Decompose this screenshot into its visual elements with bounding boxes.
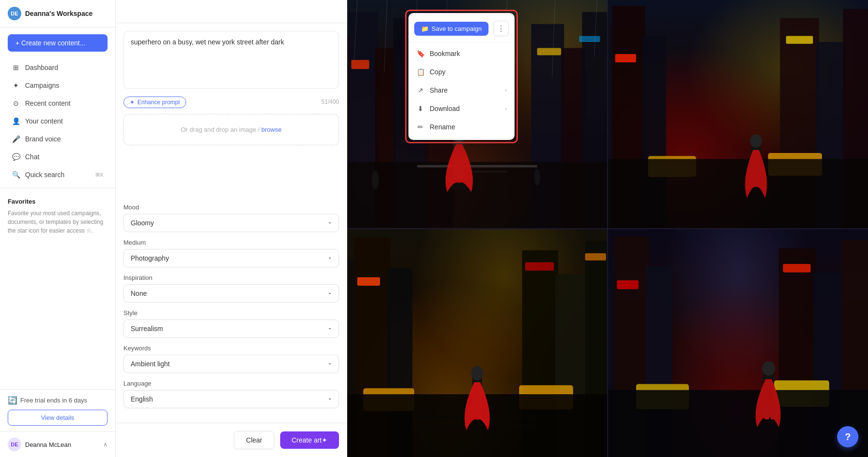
inspiration-group: Inspiration NoneCinematicVintageModern: [123, 274, 339, 303]
workspace-avatar: DE: [8, 7, 21, 20]
user-name: Deanna McLean: [25, 441, 71, 448]
svg-rect-72: [771, 410, 775, 419]
context-menu: 📁 Save to campaign ⋮ 🔖 Bookmark 📋 Copy: [408, 13, 515, 140]
language-select[interactable]: EnglishSpanishFrenchGerman: [123, 390, 339, 408]
svg-rect-34: [608, 159, 868, 228]
menu-item-share[interactable]: ↗ Share ›: [408, 81, 515, 99]
menu-item-rename[interactable]: ✏ Rename: [408, 118, 515, 136]
user-footer: DE Deanna McLean ∧: [0, 431, 115, 457]
prompt-area: superhero on a busy, wet new york street…: [116, 23, 347, 204]
grid-icon: ⊞: [12, 63, 20, 72]
favorites-title: Favorites: [8, 198, 108, 205]
save-to-campaign-button[interactable]: 📁 Save to campaign: [414, 22, 488, 36]
inspiration-select[interactable]: NoneCinematicVintageModern: [123, 284, 339, 303]
bookmark-icon: 🔖: [416, 49, 425, 58]
create-art-label: Create art✦: [292, 436, 327, 444]
sidebar-item-your-content[interactable]: 👤 Your content: [4, 112, 111, 130]
clear-button[interactable]: Clear: [234, 431, 274, 449]
menu-item-copy[interactable]: 📋 Copy: [408, 63, 515, 81]
keywords-select[interactable]: Ambient lightNeonRainShadows: [123, 355, 339, 373]
clock-icon: ⊙: [12, 99, 20, 108]
medium-select[interactable]: PhotographyPaintingIllustrationDigital a…: [123, 249, 339, 267]
favorites-description: Favorite your most used campaigns, docum…: [8, 209, 108, 235]
svg-point-24: [372, 171, 379, 189]
char-count: 51/400: [321, 98, 339, 105]
svg-rect-53: [585, 253, 606, 260]
mic-icon: 🎤: [12, 135, 20, 143]
context-menu-overlay: 📁 Save to campaign ⋮ 🔖 Bookmark 📋 Copy: [405, 10, 518, 143]
svg-rect-65: [608, 390, 868, 457]
campaigns-icon: ✦: [12, 81, 20, 90]
language-label: Language: [123, 380, 339, 387]
sidebar-item-campaigns[interactable]: ✦ Campaigns: [4, 77, 111, 94]
svg-point-25: [534, 168, 540, 185]
image-cell-2[interactable]: [608, 0, 868, 228]
menu-item-download[interactable]: ⬇ Download ›: [408, 99, 515, 118]
share-arrow-icon: ›: [505, 87, 507, 94]
svg-rect-12: [537, 48, 561, 55]
user-info: DE Deanna McLean: [8, 438, 71, 451]
download-icon: ⬇: [416, 104, 425, 113]
keywords-label: Keywords: [123, 345, 339, 352]
trial-icon: 🔄: [8, 396, 17, 405]
svg-rect-9: [417, 165, 537, 167]
campaign-icon: 📁: [421, 25, 429, 32]
view-details-button[interactable]: View details: [8, 410, 108, 426]
style-select[interactable]: SurrealismRealismAbstractMinimalist: [123, 319, 339, 338]
copy-icon: 📋: [416, 68, 425, 76]
inspiration-label: Inspiration: [123, 274, 339, 281]
drop-label: Or drag and drop an image /: [181, 126, 259, 133]
favorites-section: Favorites Favorite your most used campai…: [0, 192, 115, 241]
prompt-textarea[interactable]: superhero on a busy, wet new york street…: [123, 31, 339, 89]
style-label: Style: [123, 309, 339, 317]
image-cell-4[interactable]: [608, 229, 868, 457]
sidebar-header: DE Deanna's Workspace: [0, 0, 115, 28]
image-cell-3[interactable]: [347, 229, 607, 457]
svg-rect-36: [786, 36, 813, 44]
sidebar-item-brand-voice[interactable]: 🎤 Brand voice: [4, 130, 111, 148]
trial-info: 🔄 Free trial ends in 6 days: [8, 396, 108, 405]
chevron-up-icon[interactable]: ∧: [103, 441, 108, 448]
rename-icon: ✏: [416, 123, 425, 131]
main-content-panel: superhero on a busy, wet new york street…: [116, 0, 347, 457]
bottom-actions: Clear Create art✦: [116, 423, 347, 457]
create-new-content-button[interactable]: + Create new content...: [8, 34, 108, 52]
person-icon: 👤: [12, 117, 20, 125]
sidebar-nav: ⊞ Dashboard ✦ Campaigns ⊙ Recent content…: [0, 58, 115, 184]
svg-rect-11: [351, 60, 369, 69]
help-button[interactable]: ?: [837, 426, 858, 447]
trial-label: Free trial ends in 6 days: [20, 397, 87, 404]
quick-search-shortcut: ⌘K: [95, 172, 104, 178]
browse-link[interactable]: browse: [261, 126, 282, 133]
enhance-prompt-button[interactable]: ✦ Enhance prompt: [123, 97, 186, 108]
svg-rect-67: [783, 264, 811, 272]
chat-icon: 💬: [12, 152, 20, 161]
language-group: Language EnglishSpanishFrenchGerman: [123, 380, 339, 408]
svg-rect-13: [579, 36, 600, 42]
drop-zone[interactable]: Or drag and drop an image / browse: [123, 114, 339, 145]
sidebar-item-dashboard[interactable]: ⊞ Dashboard: [4, 59, 111, 76]
mood-group: Mood GloomyHappyDramaticMysterious: [123, 204, 339, 232]
mood-select[interactable]: GloomyHappyDramaticMysterious: [123, 214, 339, 232]
more-icon: ⋮: [497, 24, 505, 33]
more-options-button[interactable]: ⋮: [493, 21, 509, 36]
style-group: Style SurrealismRealismAbstractMinimalis…: [123, 309, 339, 338]
create-art-button[interactable]: Create art✦: [280, 431, 339, 449]
svg-rect-35: [615, 54, 637, 62]
user-avatar: DE: [8, 438, 21, 451]
svg-point-56: [471, 366, 483, 380]
search-icon: 🔍: [12, 170, 20, 179]
download-arrow-icon: ›: [505, 105, 507, 112]
share-icon: ↗: [416, 86, 425, 95]
image-panel: 📁 Save to campaign ⋮ 🔖 Bookmark 📋 Copy: [347, 0, 868, 457]
menu-item-bookmark[interactable]: 🔖 Bookmark: [408, 44, 515, 63]
svg-point-39: [750, 135, 762, 148]
mood-label: Mood: [123, 204, 339, 211]
sidebar-item-chat[interactable]: 💬 Chat: [4, 148, 111, 166]
svg-point-70: [762, 361, 775, 375]
city-scene-3: [347, 229, 607, 457]
sidebar-item-recent[interactable]: ⊙ Recent content: [4, 95, 111, 112]
form-section: Mood GloomyHappyDramaticMysterious Mediu…: [116, 204, 347, 423]
sidebar-item-quick-search[interactable]: 🔍 Quick search ⌘K: [4, 166, 111, 183]
svg-rect-66: [617, 280, 638, 289]
